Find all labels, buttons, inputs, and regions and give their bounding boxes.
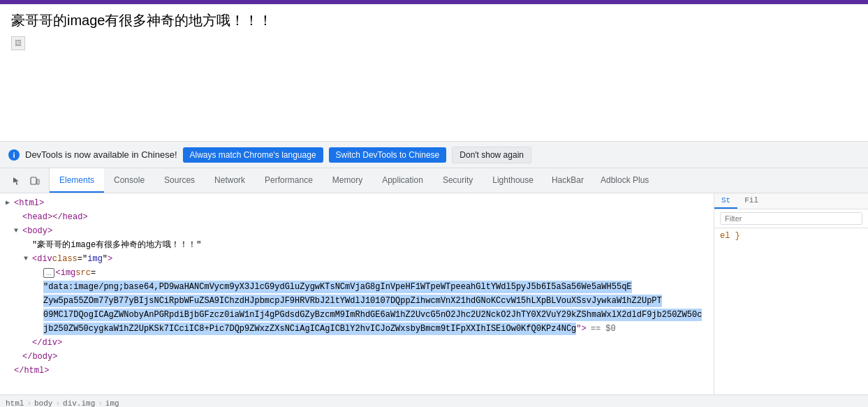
tab-sources[interactable]: Sources	[154, 168, 205, 193]
triangle-body[interactable]: ▼	[14, 225, 22, 237]
styles-tab-st[interactable]: St	[714, 193, 737, 209]
dom-line-div: ▼ <div class="img">	[0, 252, 714, 266]
expand-img-button[interactable]: ...	[43, 268, 54, 278]
broken-image: 🖼	[11, 36, 25, 50]
dom-panel[interactable]: ▶ <html> <head></head> ▼ <body> "豪哥哥的ima…	[0, 193, 714, 394]
dom-line-body-close: </body>	[0, 350, 714, 364]
page-content-area: 豪哥哥的image有很多神奇的地方哦！！！ 🖼	[0, 4, 868, 142]
device-toggle-icon[interactable]	[27, 172, 43, 189]
cursor-icon[interactable]	[8, 172, 25, 189]
switch-to-chinese-button[interactable]: Switch DevTools to Chinese	[329, 147, 447, 163]
dom-line-base64-3: 09MCl7DQogICAgZWNobyAnPGRpdiBjbGFzcz0iaW…	[0, 308, 714, 322]
svg-rect-0	[31, 177, 36, 184]
devtools-notification-bar: i DevTools is now available in Chinese! …	[0, 142, 868, 168]
status-crumb-div-img[interactable]: div.img	[63, 399, 95, 408]
status-bar: html › body › div.img › img	[0, 394, 868, 407]
status-crumb-html[interactable]: html	[6, 399, 24, 408]
dom-line-div-close: </div>	[0, 336, 714, 350]
dom-line-text: "豪哥哥的image有很多神奇的地方哦！！！"	[0, 238, 714, 252]
dom-line-base64-2: Zyw5pa55ZOm77yB77yBIjsNCiRpbWFuZSA9IChzd…	[0, 294, 714, 308]
page-title: 豪哥哥的image有很多神奇的地方哦！！！	[11, 11, 857, 30]
styles-filter-input[interactable]	[720, 212, 862, 225]
tabs-list: Elements Console Sources Network Perform…	[50, 168, 657, 193]
dom-line-img[interactable]: ... <img src=	[0, 266, 714, 280]
styles-content: el }	[714, 228, 868, 244]
dom-line-html: ▶ <html>	[0, 196, 714, 210]
tab-elements[interactable]: Elements	[50, 168, 104, 193]
dom-line-head: <head></head>	[0, 210, 714, 224]
tab-security[interactable]: Security	[433, 168, 483, 193]
el-label: el	[720, 231, 730, 241]
styles-tab-fil[interactable]: Fil	[737, 193, 765, 209]
tab-application[interactable]: Application	[372, 168, 433, 193]
dom-line-body: ▼ <body>	[0, 224, 714, 238]
close-brace: }	[735, 231, 740, 241]
tab-memory[interactable]: Memory	[323, 168, 372, 193]
triangle-head	[14, 211, 22, 223]
dom-line-html-close: </html>	[0, 364, 714, 378]
status-crumb-img[interactable]: img	[105, 399, 119, 408]
devtools-tabs-bar: Elements Console Sources Network Perform…	[0, 168, 868, 193]
dont-show-again-button[interactable]: Don't show again	[452, 147, 531, 163]
dom-line-base64-1: "data:image/png;base64,PD9waHANCmVycm9yX…	[0, 280, 714, 294]
triangle-div[interactable]: ▼	[24, 253, 32, 265]
tab-network[interactable]: Network	[205, 168, 255, 193]
tab-hackbar[interactable]: HackBar	[543, 168, 592, 193]
styles-panel: St Fil el }	[714, 193, 868, 394]
devtools-main-panel: ▶ <html> <head></head> ▼ <body> "豪哥哥的ima…	[0, 193, 868, 394]
tab-adblock[interactable]: Adblock Plus	[592, 168, 657, 193]
tab-icon-group	[3, 168, 50, 193]
tab-performance[interactable]: Performance	[255, 168, 323, 193]
info-icon: i	[8, 149, 20, 161]
tab-lighthouse[interactable]: Lighthouse	[483, 168, 543, 193]
status-crumb-body[interactable]: body	[34, 399, 52, 408]
tab-console[interactable]: Console	[104, 168, 154, 193]
styles-header: St Fil	[714, 193, 868, 209]
always-match-button[interactable]: Always match Chrome's language	[183, 147, 323, 163]
styles-filter-area	[714, 209, 868, 228]
triangle-html[interactable]: ▶	[6, 197, 14, 209]
svg-rect-1	[37, 179, 39, 184]
notification-message: DevTools is now available in Chinese!	[25, 149, 177, 160]
dom-line-base64-4: jb250ZW50cygkaW1hZ2UpKSk7ICciIC8+Pic7DQp…	[0, 322, 714, 336]
